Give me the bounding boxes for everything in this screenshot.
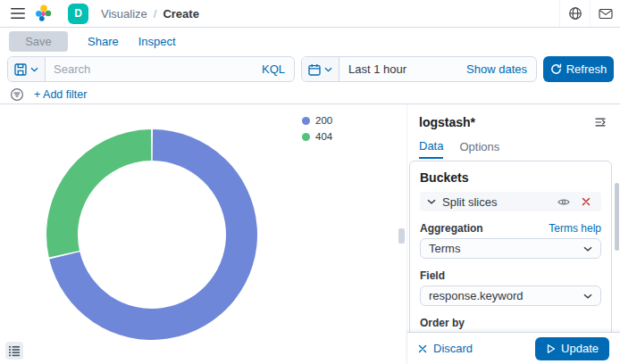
help-menu-button[interactable] xyxy=(559,0,590,27)
main-content: 200404 logstash* xyxy=(0,104,620,364)
globe-icon xyxy=(568,6,582,21)
time-range-value[interactable]: Last 1 hour xyxy=(339,62,457,76)
visualize-toolbar: Save Share Inspect xyxy=(0,28,620,55)
split-slices-label: Split slices xyxy=(442,195,549,209)
header-right-actions xyxy=(559,0,620,27)
buckets-card: Buckets Split slices xyxy=(409,161,612,332)
legend-item-404[interactable]: 404 xyxy=(302,131,332,142)
aggregation-field-block: Aggregation Terms help Terms xyxy=(420,222,601,259)
close-icon xyxy=(418,344,427,353)
chevron-down-icon xyxy=(324,67,332,72)
refresh-button[interactable]: Refresh xyxy=(543,56,614,82)
play-icon xyxy=(546,343,556,354)
collapse-panel-icon xyxy=(594,116,607,128)
query-language-switcher[interactable]: KQL xyxy=(253,62,294,76)
save-button[interactable]: Save xyxy=(9,31,68,52)
legend-label: 404 xyxy=(315,131,332,142)
visualization-editor-panel: logstash* Data Options Buckets Split sli… xyxy=(406,104,620,364)
filter-icon[interactable] xyxy=(10,87,24,102)
panel-scrollbar[interactable] xyxy=(615,183,619,251)
donut-chart xyxy=(46,129,257,340)
calendar-icon xyxy=(308,63,321,76)
toggle-visibility-button[interactable] xyxy=(556,194,572,210)
visualization-area: 200404 xyxy=(0,104,406,364)
close-icon xyxy=(582,197,591,206)
index-pattern-title: logstash* xyxy=(419,115,475,129)
elastic-logo-icon xyxy=(35,4,53,22)
space-badge[interactable]: D xyxy=(68,4,88,24)
order-by-field-block: Order by Metric: Count xyxy=(420,317,601,332)
remove-bucket-button[interactable] xyxy=(578,194,594,210)
date-picker: Last 1 hour Show dates xyxy=(301,56,537,82)
terms-help-link[interactable]: Terms help xyxy=(549,222,601,235)
filter-bar: + Add filter xyxy=(0,85,620,104)
envelope-icon xyxy=(599,8,613,20)
newsfeed-button[interactable] xyxy=(590,0,620,27)
header-bar: D Visualize / Create xyxy=(0,0,620,28)
field-value: response.keyword xyxy=(429,289,524,302)
refresh-icon xyxy=(550,63,562,75)
aggregation-value: Terms xyxy=(429,242,460,255)
legend-dot xyxy=(302,117,310,125)
chevron-down-icon xyxy=(30,67,38,72)
legend-toggle-button[interactable] xyxy=(5,342,23,360)
hamburger-icon xyxy=(11,7,25,20)
aggregation-select[interactable]: Terms xyxy=(420,238,601,259)
list-icon xyxy=(9,345,20,357)
update-button[interactable]: Update xyxy=(535,337,609,360)
aggregation-label: Aggregation xyxy=(420,222,483,235)
legend-item-200[interactable]: 200 xyxy=(302,115,332,126)
discard-button[interactable]: Discard xyxy=(418,342,473,355)
discard-label: Discard xyxy=(433,342,473,355)
panel-body: Buckets Split slices xyxy=(409,155,612,332)
eye-icon xyxy=(557,198,570,206)
field-select[interactable]: response.keyword xyxy=(420,285,601,306)
breadcrumb-visualize[interactable]: Visualize xyxy=(101,7,147,21)
share-button[interactable]: Share xyxy=(88,35,119,48)
split-slices-row[interactable]: Split slices xyxy=(420,192,601,211)
panel-header: logstash* xyxy=(407,104,620,131)
elastic-logo[interactable] xyxy=(30,0,57,27)
saved-query-menu[interactable] xyxy=(8,57,46,81)
chevron-down-icon xyxy=(583,294,592,299)
chevron-down-icon xyxy=(427,199,436,204)
search-bar: KQL xyxy=(7,56,295,82)
breadcrumb: Visualize / Create xyxy=(101,7,199,21)
chevron-down-icon xyxy=(583,246,592,252)
search-input[interactable] xyxy=(46,57,253,81)
field-label: Field xyxy=(420,269,445,282)
collapse-panel-button[interactable] xyxy=(591,113,609,131)
add-filter-button[interactable]: + Add filter xyxy=(34,88,87,101)
breadcrumb-create: Create xyxy=(163,7,198,21)
query-bar: KQL Last 1 hour Show dates Refresh xyxy=(0,55,620,85)
menu-button[interactable] xyxy=(5,0,30,27)
field-field-block: Field response.keyword xyxy=(420,269,601,306)
refresh-label: Refresh xyxy=(566,62,607,76)
save-query-icon xyxy=(14,63,27,76)
kibana-visualize-app: D Visualize / Create Save Share Inspect xyxy=(0,0,620,364)
donut-chart-svg xyxy=(46,129,257,340)
inspect-button[interactable]: Inspect xyxy=(138,35,176,48)
panel-resize-handle[interactable] xyxy=(398,228,405,244)
panel-footer: Discard Update xyxy=(407,332,620,364)
legend-dot xyxy=(302,133,310,141)
show-dates-button[interactable]: Show dates xyxy=(457,62,536,76)
date-quick-menu[interactable] xyxy=(302,57,339,81)
order-by-label: Order by xyxy=(420,317,465,329)
buckets-title: Buckets xyxy=(420,170,601,185)
breadcrumb-separator: / xyxy=(154,7,157,21)
update-label: Update xyxy=(561,342,599,355)
legend-label: 200 xyxy=(315,115,332,126)
donut-slice-404[interactable] xyxy=(46,129,151,257)
chart-legend: 200404 xyxy=(302,115,332,142)
